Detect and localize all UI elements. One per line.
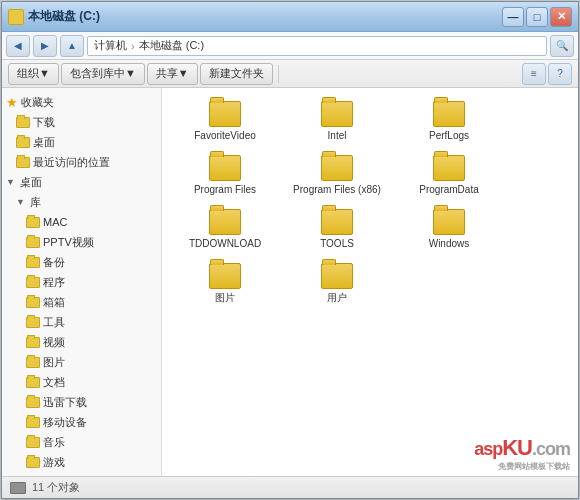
sidebar-item-desktop[interactable]: 桌面 bbox=[2, 132, 161, 152]
window-title: 本地磁盘 (C:) bbox=[28, 8, 100, 25]
folder-icon bbox=[26, 397, 40, 408]
status-bar: 11 个对象 bbox=[2, 476, 578, 498]
file-item[interactable]: Program Files bbox=[170, 150, 280, 202]
file-label: Intel bbox=[328, 130, 347, 142]
sidebar-item-recent[interactable]: 最近访问的位置 bbox=[2, 152, 161, 172]
address-path[interactable]: 计算机 › 本地磁盘 (C:) bbox=[87, 36, 547, 56]
desktop-tree-label: 桌面 bbox=[20, 175, 42, 190]
search-button[interactable]: 🔍 bbox=[550, 35, 574, 57]
program-label: 程序 bbox=[43, 275, 65, 290]
path-computer: 计算机 bbox=[94, 38, 127, 53]
explorer-window: 本地磁盘 (C:) — □ ✕ ◀ ▶ ▲ 计算机 › 本地磁盘 (C:) 🔍 … bbox=[1, 1, 579, 499]
sidebar-item-misc[interactable]: 备份 bbox=[2, 252, 161, 272]
file-item[interactable]: Intel bbox=[282, 96, 392, 148]
back-button[interactable]: ◀ bbox=[6, 35, 30, 57]
library-label: 库 bbox=[30, 195, 41, 210]
share-button[interactable]: 共享▼ bbox=[147, 63, 198, 85]
folder-icon bbox=[26, 337, 40, 348]
drive-icon bbox=[10, 482, 26, 494]
sidebar-item-games[interactable]: 箱箱 bbox=[2, 292, 161, 312]
organize-button[interactable]: 组织▼ bbox=[8, 63, 59, 85]
sidebar-item-pptv[interactable]: PPTV视频 bbox=[2, 232, 161, 252]
thunder-label: 迅雷下载 bbox=[43, 395, 87, 410]
file-label: Windows bbox=[429, 238, 470, 250]
folder-icon-large bbox=[209, 155, 241, 181]
sidebar-item-library[interactable]: ▼ 库 bbox=[2, 192, 161, 212]
folder-icon bbox=[26, 377, 40, 388]
folder-icon bbox=[26, 257, 40, 268]
sidebar-item-favorites[interactable]: ★ 收藏夹 bbox=[2, 92, 161, 112]
path-separator: › bbox=[131, 40, 135, 52]
toolbar-separator bbox=[278, 65, 279, 83]
file-item[interactable]: TDDOWNLOAD bbox=[170, 204, 280, 256]
title-bar: 本地磁盘 (C:) — □ ✕ bbox=[2, 2, 578, 32]
minimize-button[interactable]: — bbox=[502, 7, 524, 27]
sidebar-item-docs[interactable]: 文档 bbox=[2, 372, 161, 392]
star-icon: ★ bbox=[6, 95, 18, 110]
file-label: Program Files (x86) bbox=[293, 184, 381, 196]
folder-icon bbox=[26, 417, 40, 428]
file-item[interactable]: Program Files (x86) bbox=[282, 150, 392, 202]
pictures-label: 图片 bbox=[43, 355, 65, 370]
file-label: ProgramData bbox=[419, 184, 478, 196]
sidebar-item-game2[interactable]: 游戏 bbox=[2, 452, 161, 472]
new-folder-button[interactable]: 新建文件夹 bbox=[200, 63, 273, 85]
folder-icon bbox=[26, 297, 40, 308]
recent-label: 最近访问的位置 bbox=[33, 155, 110, 170]
folder-icon-large bbox=[209, 209, 241, 235]
folder-icon-large bbox=[433, 209, 465, 235]
file-label: PerfLogs bbox=[429, 130, 469, 142]
sidebar-item-mobile[interactable]: 移动设备 bbox=[2, 412, 161, 432]
sidebar-item-mac[interactable]: MAC bbox=[2, 212, 161, 232]
forward-button[interactable]: ▶ bbox=[33, 35, 57, 57]
sidebar-item-music[interactable]: 音乐 bbox=[2, 432, 161, 452]
status-count: 11 个对象 bbox=[32, 480, 80, 495]
maximize-button[interactable]: □ bbox=[526, 7, 548, 27]
file-item[interactable]: FavoriteVideo bbox=[170, 96, 280, 148]
file-item[interactable]: 用户 bbox=[282, 258, 392, 310]
desktop-label: 桌面 bbox=[33, 135, 55, 150]
close-button[interactable]: ✕ bbox=[550, 7, 572, 27]
misc-label: 备份 bbox=[43, 255, 65, 270]
folder-icon bbox=[16, 157, 30, 168]
sidebar-item-downloads[interactable]: 下载 bbox=[2, 112, 161, 132]
include-button[interactable]: 包含到库中▼ bbox=[61, 63, 145, 85]
file-label: TOOLS bbox=[320, 238, 354, 250]
view-button[interactable]: ≡ bbox=[522, 63, 546, 85]
folder-icon-large bbox=[321, 155, 353, 181]
game2-label: 游戏 bbox=[43, 455, 65, 470]
expand-icon: ▼ bbox=[6, 177, 15, 187]
file-item[interactable]: TOOLS bbox=[282, 204, 392, 256]
folder-icon-large bbox=[321, 101, 353, 127]
folder-icon bbox=[26, 317, 40, 328]
mac-label: MAC bbox=[43, 216, 67, 228]
folder-icon bbox=[16, 117, 30, 128]
sidebar-item-desktop-tree[interactable]: ▼ 桌面 bbox=[2, 172, 161, 192]
file-item[interactable]: ProgramData bbox=[394, 150, 504, 202]
sidebar-item-thunder[interactable]: 迅雷下载 bbox=[2, 392, 161, 412]
folder-icon-large bbox=[209, 101, 241, 127]
file-item[interactable]: Windows bbox=[394, 204, 504, 256]
file-item[interactable]: 图片 bbox=[170, 258, 280, 310]
folder-icon bbox=[26, 277, 40, 288]
sidebar-item-pictures[interactable]: 图片 bbox=[2, 352, 161, 372]
folder-icon bbox=[26, 457, 40, 468]
file-item[interactable]: PerfLogs bbox=[394, 96, 504, 148]
games-label: 箱箱 bbox=[43, 295, 65, 310]
title-buttons: — □ ✕ bbox=[502, 7, 572, 27]
file-label: 用户 bbox=[327, 292, 347, 304]
sidebar: ★ 收藏夹 下载 桌面 最近访问的位置 ▼ 桌面 ▼ bbox=[2, 88, 162, 476]
file-label: FavoriteVideo bbox=[194, 130, 256, 142]
sidebar-item-tools[interactable]: 工具 bbox=[2, 312, 161, 332]
up-button[interactable]: ▲ bbox=[60, 35, 84, 57]
folder-icon-large bbox=[209, 263, 241, 289]
toolbar: 组织▼ 包含到库中▼ 共享▼ 新建文件夹 ≡ ? bbox=[2, 60, 578, 88]
folder-icon-large bbox=[321, 209, 353, 235]
sidebar-item-program[interactable]: 程序 bbox=[2, 272, 161, 292]
sidebar-item-video[interactable]: 视频 bbox=[2, 332, 161, 352]
path-drive: 本地磁盘 (C:) bbox=[139, 38, 204, 53]
file-label: 图片 bbox=[215, 292, 235, 304]
help-button[interactable]: ? bbox=[548, 63, 572, 85]
folder-icon bbox=[26, 437, 40, 448]
expand-icon: ▼ bbox=[16, 197, 25, 207]
